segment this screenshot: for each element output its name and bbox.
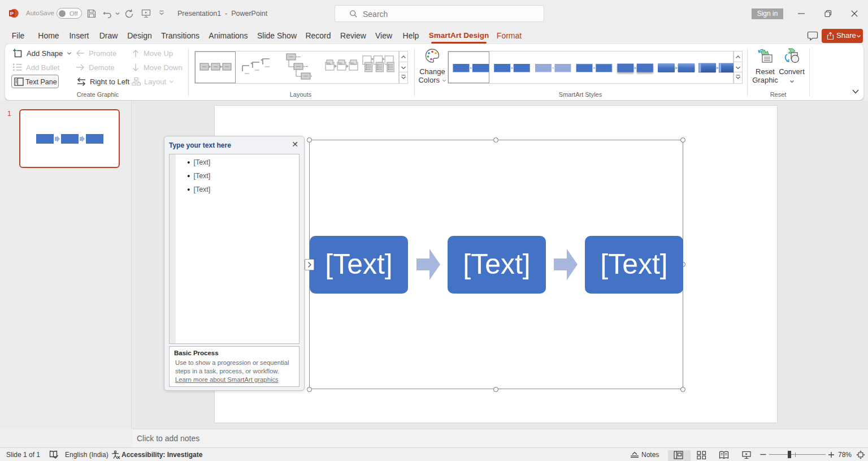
svg-text:P: P (10, 10, 14, 16)
